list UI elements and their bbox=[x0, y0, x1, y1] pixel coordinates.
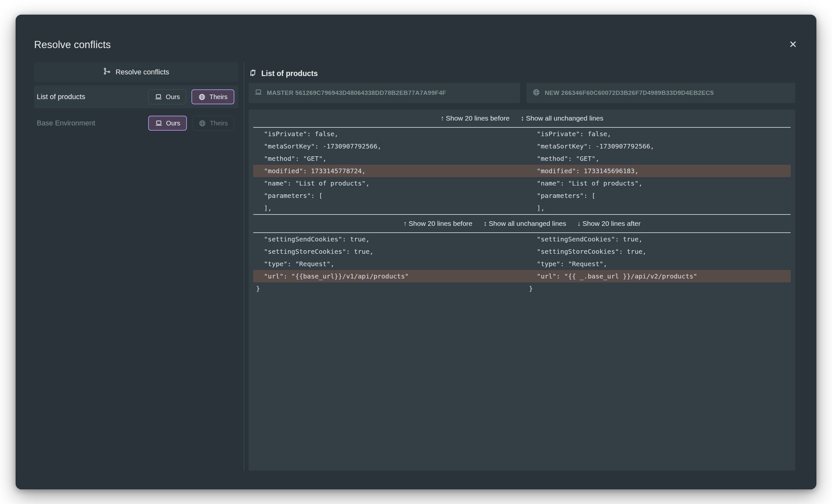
diff-line-right: } bbox=[527, 285, 791, 292]
diff-title: List of products bbox=[261, 69, 318, 78]
diff-line-left: "type": "Request", bbox=[253, 260, 527, 268]
diff-line-right: "url": "{{ _.base_url }}/api/v2/products… bbox=[527, 272, 791, 280]
diff-panel: ↑ Show 20 lines before↕ Show all unchang… bbox=[249, 109, 795, 471]
resolve-conflicts-dialog: Resolve conflicts ✕ Resolve conflicts Li… bbox=[16, 15, 816, 489]
diff-controls: ↑ Show 20 lines before↕ Show all unchang… bbox=[253, 109, 791, 127]
diff-row: "metaSortKey": -1730907792566, "metaSort… bbox=[253, 140, 791, 152]
theirs-button[interactable]: Theirs bbox=[191, 89, 234, 104]
diff-row: "url": "{{base_url}}/v1/api/products" "u… bbox=[253, 270, 791, 283]
diff-row: "parameters": [ "parameters": [ bbox=[253, 189, 791, 202]
branch-headers: MASTER 561269C796943D48064338DD78B2EB77A… bbox=[249, 83, 795, 103]
show-lines-control[interactable]: ↑ Show 20 lines before bbox=[441, 114, 510, 122]
laptop-icon bbox=[155, 120, 162, 127]
diff-row: "name": "List of products", "name": "Lis… bbox=[253, 177, 791, 189]
diff-line-left: "settingSendCookies": true, bbox=[253, 235, 527, 243]
git-merge-icon bbox=[103, 67, 111, 77]
diff-line-left: "method": "GET", bbox=[253, 155, 527, 162]
ours-label: Ours bbox=[166, 93, 180, 101]
diff-line-left: "url": "{{base_url}}/v1/api/products" bbox=[253, 272, 527, 280]
choice-group: Ours Theirs bbox=[148, 89, 234, 104]
diff-main: List of products MASTER 561269C796943D48… bbox=[249, 62, 795, 471]
diff-line-left: "metaSortKey": -1730907792566, bbox=[253, 142, 527, 150]
diff-line-left: "parameters": [ bbox=[253, 192, 527, 200]
diff-line-left: "isPrivate": false, bbox=[253, 130, 527, 138]
conflict-row-list-of-products[interactable]: List of products Ours bbox=[34, 85, 238, 108]
theirs-label: Theirs bbox=[209, 93, 228, 101]
theirs-label: Theirs bbox=[210, 120, 228, 127]
diff-line-left: "modified": 1733145778724, bbox=[253, 167, 527, 175]
diff-line-right: "settingStoreCookies": true, bbox=[527, 248, 791, 256]
theirs-branch-label: NEW 266346F60C60072D3B26F7D4989B33D9D4EB… bbox=[545, 89, 714, 97]
laptop-icon bbox=[255, 88, 262, 98]
show-lines-control[interactable]: ↕ Show all unchanged lines bbox=[521, 114, 603, 122]
sidebar-divider bbox=[244, 62, 244, 471]
close-button[interactable]: ✕ bbox=[786, 37, 800, 52]
diff-line-right: "type": "Request", bbox=[527, 260, 791, 268]
page-background: Resolve conflicts ✕ Resolve conflicts Li… bbox=[0, 0, 832, 504]
diff-line-right: "modified": 1733145696183, bbox=[527, 167, 791, 175]
show-lines-control[interactable]: ↓ Show 20 lines after bbox=[577, 220, 641, 228]
diff-line-left: } bbox=[253, 285, 527, 292]
diff-line-right: ], bbox=[527, 204, 791, 212]
ours-button[interactable]: Ours bbox=[148, 116, 187, 131]
ours-branch-label: MASTER 561269C796943D48064338DD78B2EB77A… bbox=[267, 89, 446, 97]
resolve-conflicts-button[interactable]: Resolve conflicts bbox=[34, 62, 238, 82]
diff-line-right: "name": "List of products", bbox=[527, 179, 791, 187]
show-lines-control[interactable]: ↕ Show all unchanged lines bbox=[484, 220, 567, 228]
globe-icon bbox=[199, 120, 206, 127]
resolve-conflicts-label: Resolve conflicts bbox=[115, 68, 169, 76]
diff-row: "type": "Request", "type": "Request", bbox=[253, 258, 791, 270]
diff-row: }} bbox=[253, 283, 791, 295]
diff-row: "isPrivate": false, "isPrivate": false, bbox=[253, 128, 791, 140]
globe-icon bbox=[198, 93, 206, 101]
globe-icon bbox=[532, 88, 540, 98]
diff-line-right: "metaSortKey": -1730907792566, bbox=[527, 142, 791, 150]
theirs-button[interactable]: Theirs bbox=[192, 116, 234, 131]
show-lines-control[interactable]: ↑ Show 20 lines before bbox=[403, 220, 472, 228]
ours-button[interactable]: Ours bbox=[148, 89, 186, 104]
conflict-name: List of products bbox=[37, 92, 148, 101]
conflicts-sidebar: Resolve conflicts List of products Ours bbox=[34, 62, 238, 135]
diff-line-left: "name": "List of products", bbox=[253, 179, 527, 187]
diff-controls: ↑ Show 20 lines before↕ Show all unchang… bbox=[253, 215, 791, 232]
diff-line-left: ], bbox=[253, 204, 527, 212]
laptop-icon bbox=[155, 93, 162, 101]
dialog-title: Resolve conflicts bbox=[34, 39, 111, 51]
conflict-name: Base Environment bbox=[37, 119, 148, 127]
diff-line-right: "parameters": [ bbox=[527, 192, 791, 200]
diff-line-right: "isPrivate": false, bbox=[527, 130, 791, 138]
diff-row: "settingSendCookies": true, "settingSend… bbox=[253, 233, 791, 245]
diff-header: List of products bbox=[249, 65, 795, 81]
diff-line-right: "method": "GET", bbox=[527, 155, 791, 162]
diff-row: "settingStoreCookies": true, "settingSto… bbox=[253, 245, 791, 258]
ours-label: Ours bbox=[166, 120, 180, 127]
diff-line-right: "settingSendCookies": true, bbox=[527, 235, 791, 243]
theirs-branch-header: NEW 266346F60C60072D3B26F7D4989B33D9D4EB… bbox=[526, 83, 795, 103]
diff-row: "modified": 1733145778724, "modified": 1… bbox=[253, 165, 791, 177]
choice-group: Ours Theirs bbox=[148, 116, 234, 131]
diff-line-left: "settingStoreCookies": true, bbox=[253, 248, 527, 256]
diff-row: ], ], bbox=[253, 202, 791, 214]
code-compare-icon bbox=[249, 69, 257, 78]
conflict-row-base-environment[interactable]: Base Environment Ours bbox=[34, 112, 238, 135]
diff-row: "method": "GET", "method": "GET", bbox=[253, 152, 791, 165]
ours-branch-header: MASTER 561269C796943D48064338DD78B2EB77A… bbox=[249, 83, 520, 103]
